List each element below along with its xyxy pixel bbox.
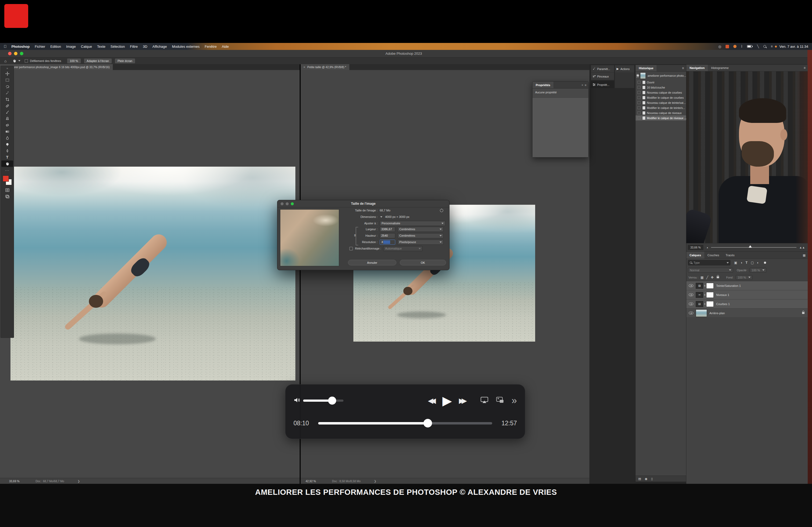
history-item[interactable]: 16 bits/couche bbox=[636, 85, 686, 90]
layer-name[interactable]: Teinte/Saturation 1 bbox=[716, 284, 741, 287]
dialog-options-gear-icon[interactable] bbox=[440, 209, 443, 212]
layer-mask-thumbnail[interactable] bbox=[706, 292, 714, 298]
filter-smart-object-icon[interactable]: ◐ bbox=[757, 261, 759, 265]
history-item[interactable]: Nouveau calque de courbes bbox=[636, 90, 686, 95]
apple-menu-icon[interactable]:  bbox=[4, 44, 7, 48]
move-tool[interactable] bbox=[1, 70, 13, 77]
fit-dropdown[interactable]: Personnalisée bbox=[380, 221, 446, 226]
layer-name[interactable]: Courbes 1 bbox=[716, 302, 730, 306]
cancel-button[interactable]: Annuler bbox=[348, 260, 396, 266]
menu-modules[interactable]: Modules externes bbox=[172, 45, 200, 48]
rewind-button[interactable]: ◀◀ bbox=[428, 396, 433, 405]
tab-navigation[interactable]: Navigation bbox=[686, 65, 708, 71]
screen-mode-icon[interactable] bbox=[1, 193, 13, 200]
history-item[interactable]: Nouveau calque de niveaux bbox=[636, 110, 686, 115]
type-tool[interactable]: T bbox=[1, 154, 13, 161]
hand-tool[interactable] bbox=[1, 161, 13, 167]
tool-preset-caret-icon[interactable] bbox=[18, 60, 20, 61]
lasso-tool[interactable] bbox=[1, 83, 13, 90]
blur-tool[interactable] bbox=[1, 135, 13, 141]
layer-mask-thumbnail[interactable] bbox=[706, 301, 714, 307]
tab-calques[interactable]: Calques bbox=[686, 252, 704, 259]
adjustment-thumbnail-hue[interactable]: ▨ bbox=[696, 283, 703, 289]
layer-row-background[interactable]: Arrière-plan bbox=[686, 308, 808, 318]
right-doc-zoom-field[interactable]: 42,92 % bbox=[306, 480, 316, 483]
history-item[interactable]: Ouvrir bbox=[636, 80, 686, 85]
lock-position-icon[interactable]: ✥ bbox=[711, 275, 713, 279]
layer-row-levels[interactable]: ▪▪ 8 Niveaux 1 bbox=[686, 290, 808, 299]
right-doc-tab[interactable]: × Petite taille @ 42,9% (RVB/8) * bbox=[301, 64, 349, 70]
height-input[interactable]: 2540 bbox=[380, 233, 395, 238]
history-snapshot-row[interactable]: ameliorer performance photo... bbox=[636, 72, 686, 80]
menu-edition[interactable]: Edition bbox=[50, 45, 61, 48]
navigator-zoom-slider[interactable] bbox=[711, 247, 796, 248]
panel-menu-icon[interactable]: ≡ bbox=[682, 66, 684, 70]
zoom-in-icon[interactable]: ▲▲ bbox=[799, 246, 805, 249]
dialog-preview[interactable] bbox=[280, 209, 339, 266]
obs-icon[interactable]: ◎ bbox=[718, 45, 721, 48]
pen-tool[interactable] bbox=[1, 148, 13, 154]
lock-all-icon[interactable] bbox=[717, 276, 719, 278]
bluetooth-icon[interactable]: ᛒ bbox=[741, 45, 743, 48]
layer-mask-thumbnail[interactable] bbox=[706, 283, 714, 289]
play-button[interactable]: ▶ bbox=[443, 394, 452, 407]
volume-knob[interactable] bbox=[328, 396, 336, 405]
home-icon[interactable]: ⌂ bbox=[4, 59, 6, 63]
filter-toggle-icon[interactable] bbox=[764, 261, 766, 264]
layer-visibility-icon[interactable] bbox=[689, 312, 693, 315]
history-tab[interactable]: Historique bbox=[636, 65, 656, 71]
layer-row-hue-saturation[interactable]: ▨ 8 Teinte/Saturation 1 bbox=[686, 281, 808, 290]
zoom-100-button[interactable]: 100 % bbox=[67, 59, 81, 63]
layer-name[interactable]: Niveaux 1 bbox=[716, 293, 729, 297]
panel-menu-icon[interactable]: ▩ bbox=[803, 254, 806, 257]
record-status-icon[interactable] bbox=[726, 45, 729, 48]
scroll-all-windows-checkbox[interactable] bbox=[25, 59, 28, 62]
history-item[interactable]: Nouveau calque de teinte/sat... bbox=[636, 100, 686, 105]
panel-menu-icon[interactable]: ≡ bbox=[804, 66, 806, 70]
layer-row-curves[interactable]: ▤ 8 Courbes 1 bbox=[686, 299, 808, 308]
fill-dropdown[interactable]: 100 % bbox=[736, 275, 752, 280]
properties-tab[interactable]: Propriétés bbox=[533, 81, 553, 88]
layer-visibility-icon[interactable] bbox=[689, 302, 693, 305]
volume-icon[interactable] bbox=[293, 397, 301, 404]
control-center-icon[interactable]: ≡ bbox=[771, 45, 773, 48]
filter-adjustment-icon[interactable]: ◑ bbox=[740, 261, 742, 265]
collapse-panel-icon[interactable]: » bbox=[582, 84, 583, 86]
layer-filter-search[interactable]: Type bbox=[688, 260, 730, 266]
keyboard-icon[interactable]: ╲ bbox=[757, 45, 759, 48]
collapsed-actions[interactable]: ▶ Actions bbox=[615, 65, 634, 73]
camera-status-icon[interactable] bbox=[733, 45, 737, 48]
lock-transparency-icon[interactable]: ▦ bbox=[700, 275, 704, 279]
delete-state-icon[interactable]: ▯ bbox=[651, 477, 653, 481]
marquee-tool[interactable] bbox=[1, 77, 13, 83]
layer-visibility-icon[interactable] bbox=[689, 293, 693, 296]
collapsed-brushes[interactable]: Pinceaux bbox=[591, 73, 614, 80]
healing-brush-tool[interactable] bbox=[1, 103, 13, 109]
menubar-clock[interactable]: Ven. 7 avr. à 11:34 bbox=[780, 45, 808, 48]
menu-app[interactable]: Photoshop bbox=[12, 45, 30, 48]
background-layer-thumbnail[interactable] bbox=[696, 310, 707, 317]
left-doc-status-menu-icon[interactable]: ❯ bbox=[77, 480, 80, 483]
resolution-unit-dropdown[interactable]: Pixels/pouce bbox=[397, 240, 444, 245]
spotlight-search-icon[interactable] bbox=[764, 45, 766, 48]
new-doc-from-state-icon[interactable]: ▤ bbox=[638, 477, 641, 481]
menu-filtre[interactable]: Filtre bbox=[130, 45, 138, 48]
timeline-knob[interactable] bbox=[423, 419, 432, 427]
navigator-zoom-value[interactable]: 33,66 % bbox=[688, 245, 703, 250]
left-doc-zoom-field[interactable]: 33,69 % bbox=[9, 480, 19, 483]
resample-checkbox[interactable] bbox=[349, 247, 353, 250]
zoom-out-icon[interactable]: ▲ bbox=[707, 246, 709, 249]
history-item[interactable]: Modifier le calque de courbes bbox=[636, 95, 686, 100]
width-input[interactable]: 3386,67 bbox=[380, 227, 395, 232]
layer-visibility-icon[interactable] bbox=[689, 284, 693, 287]
menu-image[interactable]: Image bbox=[66, 45, 76, 48]
tab-couches[interactable]: Couches bbox=[704, 252, 722, 259]
history-brush-source-icon[interactable] bbox=[636, 74, 639, 77]
gradient-tool[interactable] bbox=[1, 128, 13, 135]
menu-fichier[interactable]: Fichier bbox=[35, 45, 45, 48]
history-item-selected[interactable]: Modifier le calque de niveaux ... bbox=[636, 115, 686, 120]
dimensions-caret-icon[interactable] bbox=[380, 216, 382, 217]
new-snapshot-icon[interactable]: ◉ bbox=[645, 477, 648, 481]
eraser-tool[interactable] bbox=[1, 122, 13, 128]
pip-icon[interactable] bbox=[496, 396, 504, 405]
